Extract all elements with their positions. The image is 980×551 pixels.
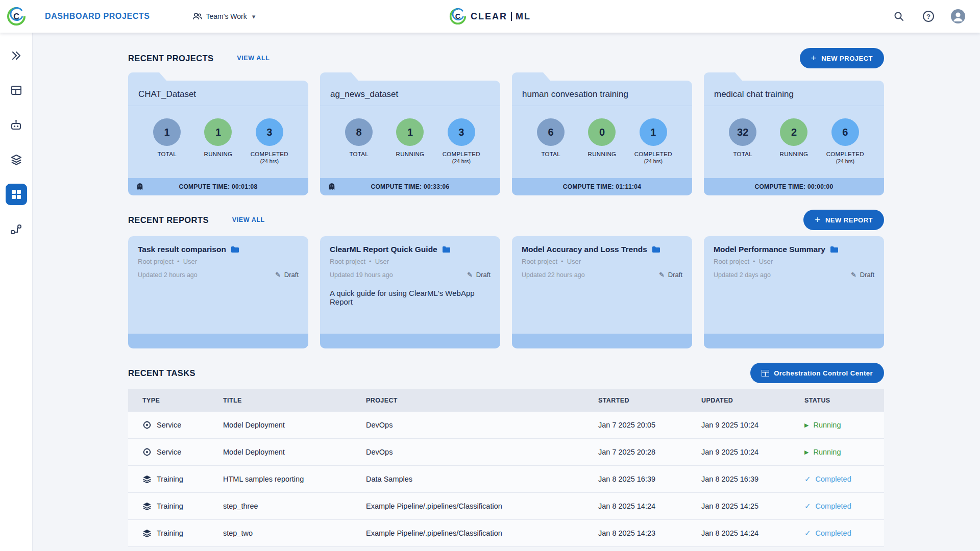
task-updated: Jan 8 2025 14:24: [701, 529, 804, 537]
search-icon: [894, 11, 904, 21]
help-button[interactable]: ?: [920, 8, 937, 25]
project-name: medical chat training: [704, 81, 884, 106]
table-row[interactable]: Training HTML samples reporting Data Sam…: [128, 466, 884, 493]
task-updated: Jan 9 2025 10:24: [701, 421, 804, 429]
report-card-footer: [128, 334, 308, 348]
task-project: DevOps: [366, 448, 598, 456]
report-updated: Updated 22 hours ago: [522, 271, 585, 279]
reports-view-all-link[interactable]: VIEW ALL: [232, 216, 265, 223]
report-updated: Updated 2 hours ago: [138, 271, 198, 279]
sidebar-item-hyperdatasets[interactable]: [6, 149, 27, 170]
search-button[interactable]: [890, 8, 908, 25]
chevron-down-icon: ▾: [252, 13, 256, 20]
running-count: 1: [396, 118, 424, 146]
workspace-selector[interactable]: Team's Work ▾: [193, 12, 256, 20]
folder-tab: [704, 72, 743, 81]
report-card-footer: [512, 334, 692, 348]
report-card[interactable]: Task result comparison Root project • Us…: [128, 236, 308, 348]
report-card[interactable]: Model Accuracy and Loss Trends Root proj…: [512, 236, 692, 348]
table-row[interactable]: Training step_three Example Pipeline/.pi…: [128, 493, 884, 520]
task-project: Example Pipeline/.pipelines/Classificati…: [366, 502, 598, 510]
task-started: Jan 8 2025 16:39: [598, 475, 701, 483]
page-title: DASHBOARD PROJECTS: [45, 12, 150, 21]
folder-icon: [442, 246, 450, 253]
project-card[interactable]: ag_news_dataset 8TOTAL 1RUNNING 3COMPLET…: [320, 81, 500, 195]
project-name: CHAT_Dataset: [128, 81, 308, 106]
sidebar-item-projects[interactable]: [6, 45, 27, 66]
task-type: Training: [157, 475, 183, 483]
bullet-separator: •: [369, 258, 372, 265]
workflow-icon: [10, 223, 22, 236]
total-label: TOTAL: [157, 151, 177, 157]
running-count: 1: [204, 118, 232, 146]
table-row[interactable]: Service Model Deployment DevOps Jan 7 20…: [128, 439, 884, 466]
task-started: Jan 7 2025 20:05: [598, 421, 701, 429]
report-author: User: [759, 258, 773, 265]
main-content: RECENT PROJECTS VIEW ALL + NEW PROJECT C…: [33, 33, 980, 551]
column-header-project: PROJECT: [366, 397, 598, 404]
completed-count: 3: [448, 118, 475, 146]
project-cards-row: CHAT_Dataset 1TOTAL 1RUNNING 3COMPLETED(…: [128, 81, 884, 195]
divider: [320, 106, 500, 106]
sidebar-item-agents[interactable]: [6, 114, 27, 136]
table-row[interactable]: Training step_two Example Pipeline/.pipe…: [128, 520, 884, 547]
grid-icon: [762, 370, 769, 377]
folder-icon: [652, 246, 660, 253]
report-title: Model Accuracy and Loss Trends: [522, 245, 647, 254]
sidebar-item-dashboard-active[interactable]: [6, 184, 27, 205]
svg-text:C: C: [455, 12, 460, 20]
grid-icon: [11, 189, 22, 200]
clearml-wordmark: C CLEAR ML: [449, 8, 531, 25]
service-type-icon: [142, 447, 152, 457]
sidebar-item-pipelines[interactable]: [6, 218, 27, 240]
report-card[interactable]: ClearML Report Quick Guide Root project …: [320, 236, 500, 348]
completed-window-label: (24 hrs): [260, 158, 279, 164]
task-updated: Jan 8 2025 14:25: [701, 502, 804, 510]
divider: [704, 106, 884, 106]
new-project-button[interactable]: + NEW PROJECT: [800, 48, 884, 68]
completed-window-label: (24 hrs): [452, 158, 471, 164]
running-icon: ▶: [804, 449, 808, 456]
total-count: 8: [345, 118, 373, 146]
task-title: HTML samples reporting: [223, 475, 366, 483]
column-header-status: STATUS: [804, 397, 884, 404]
report-author: User: [183, 258, 197, 265]
task-type: Service: [157, 448, 181, 456]
new-report-button[interactable]: + NEW REPORT: [803, 210, 884, 230]
ghost-icon: [327, 182, 336, 191]
divider: [512, 106, 692, 106]
completed-label: COMPLETED: [251, 151, 288, 157]
column-header-updated: UPDATED: [701, 397, 804, 404]
recent-tasks-table: TYPE TITLE PROJECT STARTED UPDATED STATU…: [128, 389, 884, 547]
compute-time-bar: COMPUTE TIME: 00:01:08: [128, 178, 308, 195]
bullet-separator: •: [177, 258, 180, 265]
projects-view-all-link[interactable]: VIEW ALL: [237, 55, 270, 62]
task-updated: Jan 8 2025 16:39: [701, 475, 804, 483]
double-chevron-icon: [10, 49, 22, 62]
completed-label: COMPLETED: [826, 151, 864, 157]
sidebar-item-datasets[interactable]: [6, 80, 27, 101]
project-name: human convesation training: [512, 81, 692, 106]
project-card[interactable]: CHAT_Dataset 1TOTAL 1RUNNING 3COMPLETED(…: [128, 81, 308, 195]
project-card[interactable]: human convesation training 6TOTAL 0RUNNI…: [512, 81, 692, 195]
task-type: Service: [157, 421, 181, 429]
pencil-icon: ✎: [851, 271, 856, 279]
project-name: ag_news_dataset: [320, 81, 500, 106]
completed-window-label: (24 hrs): [836, 158, 854, 164]
orchestration-control-center-button[interactable]: Orchestration Control Center: [750, 363, 884, 383]
total-count: 1: [153, 118, 181, 146]
completed-count: 6: [831, 118, 859, 146]
layers-icon: [10, 154, 22, 166]
pencil-icon: ✎: [467, 271, 473, 279]
user-avatar[interactable]: [949, 8, 967, 25]
workspace-label: Team's Work: [206, 12, 247, 20]
report-card[interactable]: Model Performance Summary Root project •…: [704, 236, 884, 348]
report-project: Root project: [714, 258, 749, 265]
completed-count: 3: [256, 118, 283, 146]
running-icon: ▶: [804, 422, 808, 429]
table-row[interactable]: Service Model Deployment DevOps Jan 7 20…: [128, 412, 884, 439]
task-project: Example Pipeline/.pipelines/Classificati…: [366, 529, 598, 537]
project-card[interactable]: medical chat training 32TOTAL 2RUNNING 6…: [704, 81, 884, 195]
logo-divider: [511, 12, 512, 21]
divider: [128, 106, 308, 106]
